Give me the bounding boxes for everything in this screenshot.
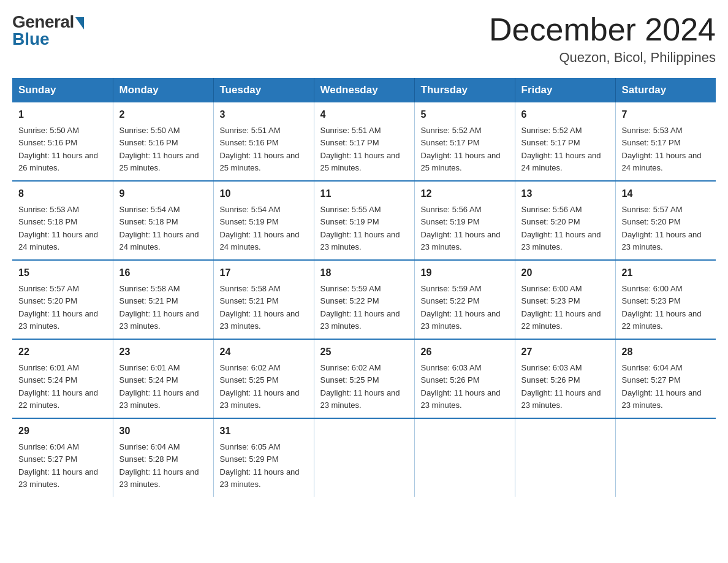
logo-blue-text: Blue	[12, 29, 50, 49]
table-row	[615, 418, 716, 497]
day-info: Sunrise: 5:55 AMSunset: 5:19 PMDaylight:…	[320, 205, 400, 251]
table-row: 17 Sunrise: 5:58 AMSunset: 5:21 PMDaylig…	[213, 260, 314, 339]
title-section: December 2024 Quezon, Bicol, Philippines	[489, 12, 716, 66]
day-number: 7	[622, 107, 710, 122]
table-row: 29 Sunrise: 6:04 AMSunset: 5:27 PMDaylig…	[12, 418, 113, 497]
location-subtitle: Quezon, Bicol, Philippines	[489, 50, 716, 66]
header-wednesday: Wednesday	[314, 78, 414, 102]
day-info: Sunrise: 5:53 AMSunset: 5:18 PMDaylight:…	[18, 205, 98, 251]
table-row: 12 Sunrise: 5:56 AMSunset: 5:19 PMDaylig…	[414, 181, 515, 260]
table-row: 7 Sunrise: 5:53 AMSunset: 5:17 PMDayligh…	[615, 102, 716, 181]
day-number: 11	[320, 186, 408, 201]
day-number: 18	[320, 266, 408, 280]
header-friday: Friday	[515, 78, 615, 102]
day-number: 14	[622, 186, 710, 201]
table-row: 22 Sunrise: 6:01 AMSunset: 5:24 PMDaylig…	[12, 339, 113, 418]
day-info: Sunrise: 5:59 AMSunset: 5:22 PMDaylight:…	[421, 284, 501, 331]
day-number: 23	[119, 345, 207, 359]
header-sunday: Sunday	[12, 78, 113, 102]
day-number: 25	[320, 345, 408, 359]
day-info: Sunrise: 6:05 AMSunset: 5:29 PMDaylight:…	[220, 442, 300, 489]
day-number: 5	[421, 107, 509, 122]
day-info: Sunrise: 5:50 AMSunset: 5:16 PMDaylight:…	[119, 126, 199, 172]
day-info: Sunrise: 5:52 AMSunset: 5:17 PMDaylight:…	[421, 126, 501, 172]
day-info: Sunrise: 5:58 AMSunset: 5:21 PMDaylight:…	[119, 284, 199, 331]
day-number: 22	[18, 345, 107, 359]
table-row: 19 Sunrise: 5:59 AMSunset: 5:22 PMDaylig…	[414, 260, 515, 339]
table-row: 10 Sunrise: 5:54 AMSunset: 5:19 PMDaylig…	[213, 181, 314, 260]
day-number: 24	[220, 345, 308, 359]
day-number: 17	[220, 266, 308, 280]
calendar-header: Sunday Monday Tuesday Wednesday Thursday…	[12, 78, 716, 102]
table-row: 11 Sunrise: 5:55 AMSunset: 5:19 PMDaylig…	[314, 181, 414, 260]
table-row: 5 Sunrise: 5:52 AMSunset: 5:17 PMDayligh…	[414, 102, 515, 181]
table-row: 1 Sunrise: 5:50 AMSunset: 5:16 PMDayligh…	[12, 102, 113, 181]
day-info: Sunrise: 6:04 AMSunset: 5:28 PMDaylight:…	[119, 442, 199, 489]
day-number: 4	[320, 107, 408, 122]
table-row: 21 Sunrise: 6:00 AMSunset: 5:23 PMDaylig…	[615, 260, 716, 339]
table-row	[314, 418, 414, 497]
day-number: 30	[119, 424, 207, 439]
day-info: Sunrise: 6:02 AMSunset: 5:25 PMDaylight:…	[220, 363, 300, 410]
calendar-body: 1 Sunrise: 5:50 AMSunset: 5:16 PMDayligh…	[12, 102, 716, 497]
day-number: 15	[18, 266, 107, 280]
table-row: 28 Sunrise: 6:04 AMSunset: 5:27 PMDaylig…	[615, 339, 716, 418]
table-row: 31 Sunrise: 6:05 AMSunset: 5:29 PMDaylig…	[213, 418, 314, 497]
logo-arrow-icon	[75, 17, 84, 29]
table-row: 18 Sunrise: 5:59 AMSunset: 5:22 PMDaylig…	[314, 260, 414, 339]
table-row: 13 Sunrise: 5:56 AMSunset: 5:20 PMDaylig…	[515, 181, 615, 260]
day-info: Sunrise: 5:57 AMSunset: 5:20 PMDaylight:…	[18, 284, 98, 331]
day-info: Sunrise: 5:52 AMSunset: 5:17 PMDaylight:…	[521, 126, 601, 172]
day-number: 9	[119, 186, 207, 201]
day-info: Sunrise: 6:00 AMSunset: 5:23 PMDaylight:…	[622, 284, 702, 331]
day-number: 20	[521, 266, 609, 280]
table-row: 16 Sunrise: 5:58 AMSunset: 5:21 PMDaylig…	[113, 260, 213, 339]
header-saturday: Saturday	[615, 78, 716, 102]
day-info: Sunrise: 6:00 AMSunset: 5:23 PMDaylight:…	[521, 284, 601, 331]
page-header: General Blue December 2024 Quezon, Bicol…	[12, 12, 716, 66]
day-info: Sunrise: 6:03 AMSunset: 5:26 PMDaylight:…	[521, 363, 601, 410]
day-info: Sunrise: 5:58 AMSunset: 5:21 PMDaylight:…	[220, 284, 300, 331]
table-row: 2 Sunrise: 5:50 AMSunset: 5:16 PMDayligh…	[113, 102, 213, 181]
day-info: Sunrise: 5:57 AMSunset: 5:20 PMDaylight:…	[622, 205, 702, 251]
month-title: December 2024	[489, 12, 716, 47]
day-info: Sunrise: 6:03 AMSunset: 5:26 PMDaylight:…	[421, 363, 501, 410]
header-tuesday: Tuesday	[213, 78, 314, 102]
table-row: 14 Sunrise: 5:57 AMSunset: 5:20 PMDaylig…	[615, 181, 716, 260]
table-row: 15 Sunrise: 5:57 AMSunset: 5:20 PMDaylig…	[12, 260, 113, 339]
table-row	[414, 418, 515, 497]
calendar-table: Sunday Monday Tuesday Wednesday Thursday…	[12, 78, 716, 497]
table-row: 24 Sunrise: 6:02 AMSunset: 5:25 PMDaylig…	[213, 339, 314, 418]
day-number: 3	[220, 107, 308, 122]
day-info: Sunrise: 5:54 AMSunset: 5:19 PMDaylight:…	[220, 205, 300, 251]
day-number: 26	[421, 345, 509, 359]
day-info: Sunrise: 5:56 AMSunset: 5:19 PMDaylight:…	[421, 205, 501, 251]
table-row: 20 Sunrise: 6:00 AMSunset: 5:23 PMDaylig…	[515, 260, 615, 339]
header-thursday: Thursday	[414, 78, 515, 102]
table-row: 25 Sunrise: 6:02 AMSunset: 5:25 PMDaylig…	[314, 339, 414, 418]
day-number: 10	[220, 186, 308, 201]
day-info: Sunrise: 5:50 AMSunset: 5:16 PMDaylight:…	[18, 126, 98, 172]
day-info: Sunrise: 6:01 AMSunset: 5:24 PMDaylight:…	[119, 363, 199, 410]
table-row: 27 Sunrise: 6:03 AMSunset: 5:26 PMDaylig…	[515, 339, 615, 418]
day-number: 13	[521, 186, 609, 201]
table-row: 23 Sunrise: 6:01 AMSunset: 5:24 PMDaylig…	[113, 339, 213, 418]
table-row: 6 Sunrise: 5:52 AMSunset: 5:17 PMDayligh…	[515, 102, 615, 181]
day-number: 27	[521, 345, 609, 359]
day-info: Sunrise: 5:51 AMSunset: 5:17 PMDaylight:…	[320, 126, 400, 172]
table-row: 4 Sunrise: 5:51 AMSunset: 5:17 PMDayligh…	[314, 102, 414, 181]
day-number: 8	[18, 186, 107, 201]
day-info: Sunrise: 5:59 AMSunset: 5:22 PMDaylight:…	[320, 284, 400, 331]
table-row: 30 Sunrise: 6:04 AMSunset: 5:28 PMDaylig…	[113, 418, 213, 497]
table-row: 8 Sunrise: 5:53 AMSunset: 5:18 PMDayligh…	[12, 181, 113, 260]
day-info: Sunrise: 6:02 AMSunset: 5:25 PMDaylight:…	[320, 363, 400, 410]
day-number: 2	[119, 107, 207, 122]
day-number: 12	[421, 186, 509, 201]
day-info: Sunrise: 6:04 AMSunset: 5:27 PMDaylight:…	[622, 363, 702, 410]
day-info: Sunrise: 5:54 AMSunset: 5:18 PMDaylight:…	[119, 205, 199, 251]
day-number: 29	[18, 424, 107, 439]
day-info: Sunrise: 6:01 AMSunset: 5:24 PMDaylight:…	[18, 363, 98, 410]
day-info: Sunrise: 5:56 AMSunset: 5:20 PMDaylight:…	[521, 205, 601, 251]
day-number: 19	[421, 266, 509, 280]
table-row	[515, 418, 615, 497]
